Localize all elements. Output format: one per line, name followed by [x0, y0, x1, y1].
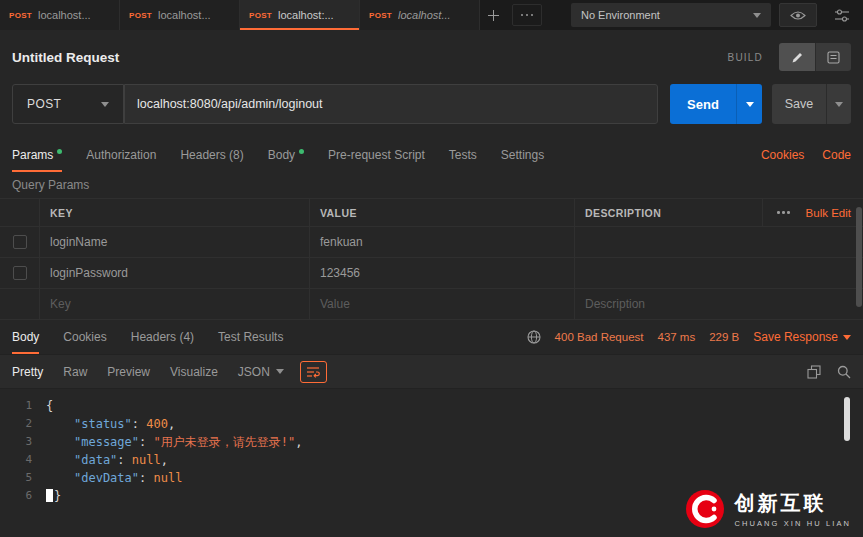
code-link[interactable]: Code: [822, 148, 851, 162]
tab-label: Authorization: [86, 148, 156, 162]
response-tab-body[interactable]: Body: [12, 320, 39, 354]
param-description-input[interactable]: [575, 227, 863, 257]
save-options-button[interactable]: [826, 84, 851, 124]
param-checkbox[interactable]: [13, 235, 27, 249]
format-label: JSON: [238, 365, 270, 379]
json-token: :: [139, 435, 153, 449]
edit-request-button[interactable]: [779, 43, 815, 71]
tab-authorization[interactable]: Authorization: [86, 138, 156, 172]
json-string: "用户未登录，请先登录!": [153, 435, 295, 449]
json-null: null: [153, 471, 182, 485]
tab-label: Tests: [449, 148, 477, 162]
column-description-label: DESCRIPTION: [585, 207, 661, 219]
copy-icon[interactable]: [807, 365, 821, 379]
more-options-icon[interactable]: [777, 211, 790, 214]
response-tab-headers[interactable]: Headers (4): [131, 320, 194, 354]
tab-params[interactable]: Params: [12, 138, 62, 172]
json-null: null: [132, 453, 161, 467]
method-badge: POST: [369, 11, 392, 20]
tab-pre-request-script[interactable]: Pre-request Script: [328, 138, 425, 172]
tab-label: Test Results: [218, 330, 283, 344]
watermark-title: 创新互联: [734, 490, 851, 517]
build-mode-badge: BUILD: [728, 52, 763, 63]
response-scrollbar-thumb[interactable]: [844, 397, 850, 441]
plus-icon: [488, 10, 499, 21]
chevron-down-icon: [101, 102, 109, 107]
tab-tests[interactable]: Tests: [449, 138, 477, 172]
code-line: 4 "data": null,: [0, 451, 863, 469]
tab-label: Headers (4): [131, 330, 194, 344]
environment-label: No Environment: [581, 9, 660, 21]
send-options-button[interactable]: [736, 84, 762, 124]
bulk-edit-link[interactable]: Bulk Edit: [806, 207, 851, 219]
view-visualize[interactable]: Visualize: [170, 365, 218, 379]
line-number: 2: [0, 415, 46, 433]
method-selector[interactable]: POST: [12, 84, 124, 124]
chuangxin-logo-icon: [685, 489, 725, 529]
param-row: loginName fenkuan: [0, 227, 863, 258]
comments-button[interactable]: [815, 43, 851, 71]
environment-quick-look-button[interactable]: [779, 3, 817, 27]
param-key-input[interactable]: loginPassword: [40, 258, 310, 288]
param-description-input[interactable]: Description: [575, 289, 863, 319]
request-header: Untitled Request BUILD: [0, 30, 863, 84]
tab-label: Body: [268, 148, 295, 162]
request-tab-1[interactable]: POST localhost...: [0, 0, 120, 30]
text-cursor: [46, 489, 53, 502]
json-key: "devData": [74, 471, 139, 485]
response-body-editor[interactable]: 1 { 2 "status": 400, 3 "message": "用户未登录…: [0, 389, 863, 505]
comment-icon: [827, 51, 840, 64]
tab-body[interactable]: Body: [268, 138, 304, 172]
view-pretty[interactable]: Pretty: [12, 365, 43, 379]
url-input[interactable]: localhost:8080/api/admin/loginout: [124, 84, 658, 124]
request-tab-2[interactable]: POST localhost...: [120, 0, 240, 30]
tab-headers[interactable]: Headers (8): [180, 138, 243, 172]
param-row: loginPassword 123456: [0, 258, 863, 289]
format-selector[interactable]: JSON: [238, 365, 284, 379]
params-header-row: KEY VALUE DESCRIPTION Bulk Edit: [0, 199, 863, 227]
response-tab-cookies[interactable]: Cookies: [63, 320, 106, 354]
save-button[interactable]: Save: [772, 84, 826, 124]
response-tab-test-results[interactable]: Test Results: [218, 320, 283, 354]
search-icon[interactable]: [837, 365, 851, 379]
send-button[interactable]: Send: [670, 84, 736, 124]
response-tabs: Body Cookies Headers (4) Test Results 40…: [0, 320, 863, 354]
json-key: "data": [74, 453, 117, 467]
json-token: ,: [161, 453, 168, 467]
tab-label: Params: [12, 148, 53, 162]
params-scrollbar-thumb[interactable]: [856, 207, 862, 307]
method-badge: POST: [129, 11, 152, 20]
method-badge: POST: [249, 11, 272, 20]
tab-options-button[interactable]: [512, 4, 542, 26]
new-tab-button[interactable]: [480, 0, 507, 30]
tab-title: localhost...: [158, 9, 211, 21]
settings-button[interactable]: [827, 0, 857, 30]
param-value-input[interactable]: Value: [310, 289, 575, 319]
chevron-down-icon: [835, 102, 843, 107]
request-tab-4[interactable]: POST localhost...: [360, 0, 480, 30]
param-key-input[interactable]: loginName: [40, 227, 310, 257]
view-preview[interactable]: Preview: [107, 365, 150, 379]
param-value-input[interactable]: 123456: [310, 258, 575, 288]
environment-selector[interactable]: No Environment: [571, 3, 771, 27]
select-all-cell: [0, 199, 40, 226]
save-response-button[interactable]: Save Response: [753, 330, 851, 344]
tab-title: localhost...: [398, 9, 451, 21]
tab-settings[interactable]: Settings: [501, 138, 544, 172]
params-table: KEY VALUE DESCRIPTION Bulk Edit loginNam…: [0, 198, 863, 320]
json-key: "status": [74, 417, 132, 431]
cookies-link[interactable]: Cookies: [761, 148, 804, 162]
tab-label: Cookies: [63, 330, 106, 344]
line-number: 1: [0, 397, 46, 415]
json-token: :: [117, 453, 131, 467]
view-raw[interactable]: Raw: [63, 365, 87, 379]
param-description-input[interactable]: [575, 258, 863, 288]
param-value-input[interactable]: fenkuan: [310, 227, 575, 257]
param-key-input[interactable]: Key: [40, 289, 310, 319]
request-tab-3-active[interactable]: POST localhost:...: [240, 0, 360, 30]
save-response-label: Save Response: [753, 330, 838, 344]
json-token: {: [46, 399, 53, 413]
param-checkbox[interactable]: [13, 266, 27, 280]
wrap-lines-button[interactable]: [300, 361, 327, 383]
json-token: ,: [295, 435, 302, 449]
